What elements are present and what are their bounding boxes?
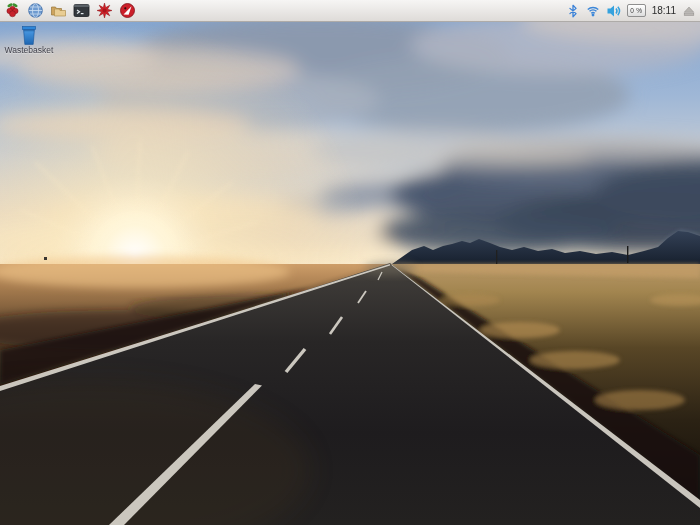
wifi-button[interactable] xyxy=(585,3,601,18)
raspberry-menu-icon xyxy=(4,2,21,19)
taskbar: 0 % 18:11 xyxy=(0,0,700,22)
red-badge-icon xyxy=(119,2,136,19)
menu-button[interactable] xyxy=(3,1,22,20)
vnc-server-button[interactable] xyxy=(95,1,114,20)
wallpaper-road-image xyxy=(0,0,700,525)
cpu-monitor[interactable]: 0 % xyxy=(627,4,646,17)
terminal-button[interactable] xyxy=(72,1,91,20)
eject-icon xyxy=(682,4,696,18)
desktop-icon-wastebasket[interactable]: Wastebasket xyxy=(2,26,56,55)
folders-icon xyxy=(50,2,67,19)
globe-icon xyxy=(27,2,44,19)
taskbar-tray: 0 % 18:11 xyxy=(566,3,700,19)
volume-button[interactable] xyxy=(606,3,622,19)
clock[interactable]: 18:11 xyxy=(651,5,677,16)
volume-icon xyxy=(606,3,622,19)
eject-button[interactable] xyxy=(682,4,696,18)
terminal-icon xyxy=(73,2,90,19)
bluetooth-button[interactable] xyxy=(566,3,580,19)
wifi-icon xyxy=(585,3,601,18)
desktop-surface[interactable]: Wastebasket xyxy=(0,0,700,525)
starburst-icon xyxy=(96,2,113,19)
taskbar-launchers xyxy=(0,1,137,20)
app-badge-button[interactable] xyxy=(118,1,137,20)
desktop-icon-label: Wastebasket xyxy=(5,46,54,55)
cpu-usage-label: 0 % xyxy=(630,7,642,14)
bluetooth-icon xyxy=(566,3,580,19)
web-browser-button[interactable] xyxy=(26,1,45,20)
file-manager-button[interactable] xyxy=(49,1,68,20)
wastebasket-icon xyxy=(19,26,39,45)
